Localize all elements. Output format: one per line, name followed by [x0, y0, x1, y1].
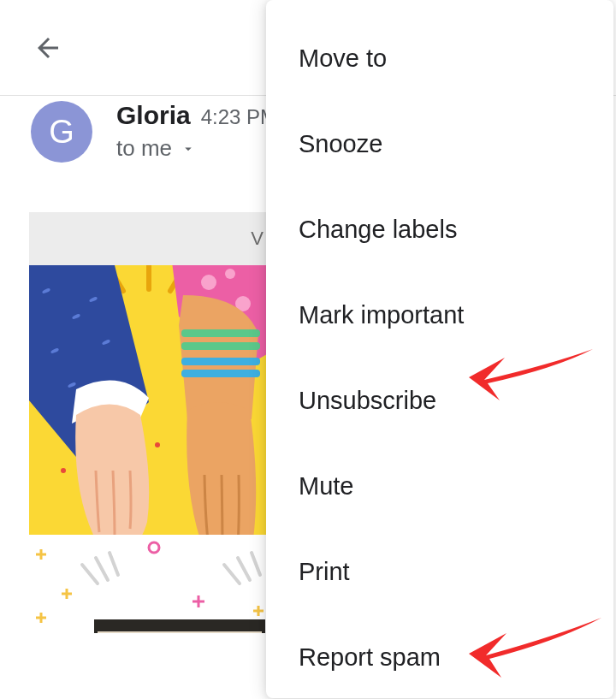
menu-item-mute[interactable]: Mute: [266, 443, 613, 529]
menu-item-label: Move to: [299, 44, 387, 73]
menu-item-report-spam[interactable]: Report spam: [266, 614, 613, 699]
menu-item-label: Unsubscribe: [299, 387, 436, 415]
menu-item-move-to[interactable]: Move to: [266, 15, 613, 101]
sender-block: Gloria 4:23 PM to me: [92, 101, 277, 163]
svg-point-28: [225, 269, 235, 279]
banner-text: V: [251, 228, 264, 250]
recipient-text: to me: [116, 135, 172, 162]
menu-item-change-labels[interactable]: Change labels: [266, 187, 613, 272]
svg-rect-30: [181, 342, 260, 350]
menu-item-label: Snooze: [299, 130, 382, 158]
back-button[interactable]: [33, 33, 63, 63]
menu-item-label: Mute: [299, 472, 353, 501]
overflow-menu: Move to Snooze Change labels Mark import…: [266, 0, 613, 698]
menu-item-label: Print: [299, 558, 350, 586]
menu-item-print[interactable]: Print: [266, 529, 613, 614]
svg-point-12: [155, 442, 160, 447]
svg-rect-42: [98, 631, 262, 633]
svg-rect-32: [181, 370, 260, 377]
svg-point-10: [61, 468, 66, 473]
avatar[interactable]: G: [31, 101, 92, 163]
avatar-initial: G: [49, 114, 74, 151]
svg-point-25: [201, 275, 216, 290]
arrow-left-icon: [33, 33, 63, 63]
email-image: [29, 265, 267, 633]
chevron-down-icon: [181, 141, 196, 157]
menu-item-snooze[interactable]: Snooze: [266, 101, 613, 187]
svg-rect-31: [181, 358, 260, 365]
menu-item-label: Mark important: [299, 301, 464, 329]
menu-item-mark-important[interactable]: Mark important: [266, 272, 613, 358]
sender-name: Gloria: [116, 101, 191, 130]
recipient-toggle[interactable]: to me: [116, 135, 277, 162]
email-banner: V: [29, 212, 267, 265]
menu-item-label: Report spam: [299, 643, 441, 672]
menu-item-unsubscribe[interactable]: Unsubscribe: [266, 358, 613, 443]
svg-rect-29: [181, 329, 260, 337]
svg-rect-41: [94, 619, 265, 633]
menu-item-label: Change labels: [299, 216, 457, 244]
